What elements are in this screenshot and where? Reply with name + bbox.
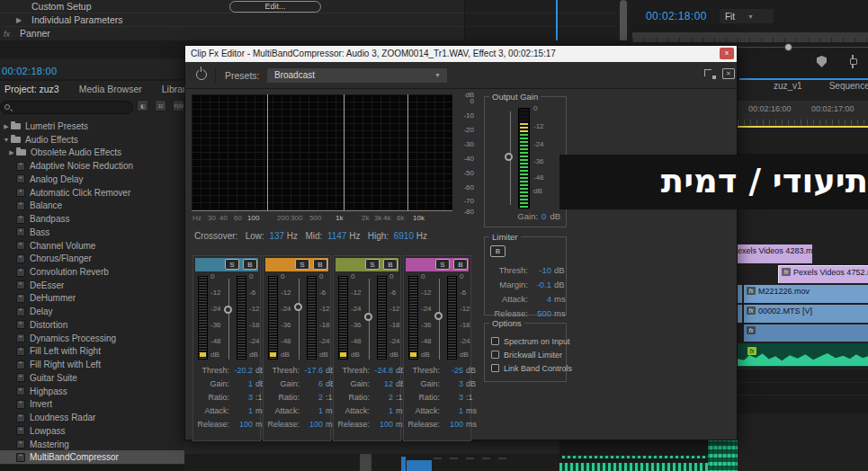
yuv-badge[interactable]: YUV	[173, 100, 184, 111]
tree-item-deesser[interactable]: DeEsser	[0, 279, 184, 292]
param-value[interactable]: -20.2	[229, 366, 253, 375]
chevron-down-icon[interactable]: ▼	[2, 137, 11, 143]
bypass-button[interactable]: B	[453, 259, 468, 270]
tree-item-channel-volume[interactable]: Channel Volume	[0, 239, 184, 253]
tree-item-analog-delay[interactable]: Analog Delay	[0, 173, 184, 186]
tree-item-delay[interactable]: Delay	[0, 305, 184, 318]
32-bit-badge[interactable]: 32	[155, 100, 166, 111]
playhead-line[interactable]	[556, 0, 558, 45]
threshold-slider-knob[interactable]	[294, 303, 302, 311]
tree-item-loudness-radar[interactable]: Loudness Radar	[0, 411, 184, 424]
tree-item-obsolete-audio-effects[interactable]: ▶Obsolete Audio Effects	[0, 146, 184, 159]
param-value[interactable]: 2	[370, 393, 393, 402]
dialog-title[interactable]: Clip Fx Editor - MultiBandCompressor: Au…	[185, 46, 737, 62]
param-value[interactable]: 100	[440, 420, 463, 429]
search-input[interactable]	[15, 102, 129, 113]
param-value[interactable]: 100	[229, 420, 253, 429]
tab-media-browser[interactable]: Media Browser	[79, 84, 142, 94]
tree-item-convolution-reverb[interactable]: Convolution Reverb	[0, 265, 184, 279]
search-box[interactable]	[0, 101, 133, 114]
param-value[interactable]: -0.1	[528, 280, 551, 289]
chevron-right-icon[interactable]: ▶	[7, 149, 16, 156]
accelerated-effects-badge[interactable]: ◧	[137, 100, 148, 111]
close-panel-icon[interactable]: ✕	[722, 68, 735, 79]
param-value[interactable]: -24.8	[370, 366, 393, 375]
presets-dropdown[interactable]: Broadcast ▼	[266, 67, 448, 84]
param-value[interactable]: 6	[300, 379, 323, 388]
tree-item-audio-effects[interactable]: ▼Audio Effects	[0, 133, 184, 147]
power-toggle-icon[interactable]	[196, 69, 207, 80]
monitor-ruler[interactable]	[632, 32, 868, 42]
crossover-line[interactable]	[267, 94, 268, 210]
param-value[interactable]: 1	[440, 406, 463, 415]
param-value[interactable]: -10	[528, 265, 551, 275]
tree-item-fill-left-with-right[interactable]: Fill Left with Right	[0, 344, 184, 358]
param-value[interactable]: 100	[370, 420, 393, 429]
timeline-clip[interactable]: fxM221226.mov	[744, 285, 868, 303]
crossover-low-value[interactable]: 137	[269, 231, 284, 241]
tree-item-mastering[interactable]: Mastering	[0, 438, 184, 451]
tree-item-distortion[interactable]: Distortion	[0, 318, 184, 332]
timeline-ruler[interactable]: 00:02:16:0000:02:17:00	[738, 101, 868, 126]
tab-project-zuz3[interactable]: Project: zuz3	[4, 84, 59, 94]
close-button[interactable]: x	[720, 48, 734, 59]
timeline-clip[interactable]: fxPexels Videos 4752.m	[778, 265, 868, 283]
tree-item-fill-right-with-left[interactable]: Fill Right with Left	[0, 358, 184, 371]
gain-value[interactable]: 0	[541, 211, 546, 221]
checkbox[interactable]	[491, 337, 499, 345]
param-value[interactable]: -17.6	[300, 366, 323, 375]
tree-item-highpass[interactable]: Highpass	[0, 385, 184, 398]
edit-button[interactable]: Edit...	[229, 1, 321, 13]
crossover-mid-value[interactable]: 1147	[327, 231, 347, 241]
playhead-handle[interactable]	[784, 43, 792, 51]
chevron-right-icon[interactable]: ▶	[2, 123, 11, 130]
tree-item-lumetri-presets[interactable]: ▶Lumetri Presets	[0, 120, 184, 133]
fit-dropdown[interactable]: Fit ▼	[720, 9, 774, 23]
param-value[interactable]: 1	[229, 379, 253, 388]
timeline-clip[interactable]: fx00002.MTS [V]	[744, 305, 868, 323]
param-value[interactable]: 1	[370, 406, 393, 415]
tree-item-lowpass[interactable]: Lowpass	[0, 424, 184, 438]
tree-item-adaptive-noise-reduction[interactable]: Adaptive Noise Reduction	[0, 159, 184, 173]
solo-button[interactable]: S	[365, 259, 380, 270]
param-value[interactable]: 3	[440, 379, 463, 388]
tree-item-bass[interactable]: Bass	[0, 226, 184, 239]
chevron-right-icon[interactable]: ▶	[16, 16, 22, 24]
crossover-high-value[interactable]: 6910	[394, 231, 414, 241]
solo-button[interactable]: S	[295, 259, 309, 270]
scrollbar-thumb[interactable]	[620, 0, 627, 42]
tree-item-guitar-suite[interactable]: Guitar Suite	[0, 371, 184, 385]
tree-item-chorus-flanger[interactable]: Chorus/Flanger	[0, 252, 184, 265]
threshold-slider-knob[interactable]	[364, 313, 372, 321]
tree-item-bandpass[interactable]: Bandpass	[0, 212, 184, 226]
tree-item-dynamics-processing[interactable]: Dynamics Processing	[0, 332, 184, 345]
output-gain-slider-knob[interactable]	[505, 153, 513, 161]
spectrum-display[interactable]	[192, 94, 452, 211]
timeline-tab-zuz_v1[interactable]: zuz_v1	[774, 81, 802, 91]
param-value[interactable]: 1	[229, 406, 253, 415]
timeline-clip[interactable]: Pexels Videos 4283.mp4	[738, 244, 812, 263]
threshold-slider-knob[interactable]	[224, 306, 232, 314]
crossover-line[interactable]	[344, 94, 345, 210]
param-value[interactable]: 2	[300, 393, 323, 402]
param-value[interactable]: 3	[229, 393, 253, 402]
threshold-slider-knob[interactable]	[434, 312, 443, 320]
checkbox[interactable]	[491, 364, 499, 372]
solo-button[interactable]: S	[225, 259, 239, 270]
tree-item-dehummer[interactable]: DeHummer	[0, 291, 184, 305]
fader-settings-icon[interactable]	[848, 55, 857, 68]
crossover-line[interactable]	[407, 94, 408, 210]
timeline-clip[interactable]: fx	[744, 324, 868, 342]
timeline-tab-sequence[interactable]: Sequence	[829, 81, 868, 91]
param-value[interactable]: 3	[440, 393, 463, 402]
timeline-clip-audio[interactable]: fx	[738, 343, 868, 367]
shield-icon[interactable]	[817, 56, 827, 67]
param-value[interactable]: -25	[440, 366, 463, 375]
param-value[interactable]: 1	[300, 406, 323, 415]
limiter-bypass-button[interactable]: B	[490, 245, 506, 257]
param-value[interactable]: 12	[370, 379, 393, 388]
monitor-timecode[interactable]: 00:02:18:00	[646, 10, 707, 22]
solo-button[interactable]: S	[435, 259, 450, 270]
tree-item-invert[interactable]: Invert	[0, 397, 184, 411]
tree-item-balance[interactable]: Balance	[0, 199, 184, 212]
